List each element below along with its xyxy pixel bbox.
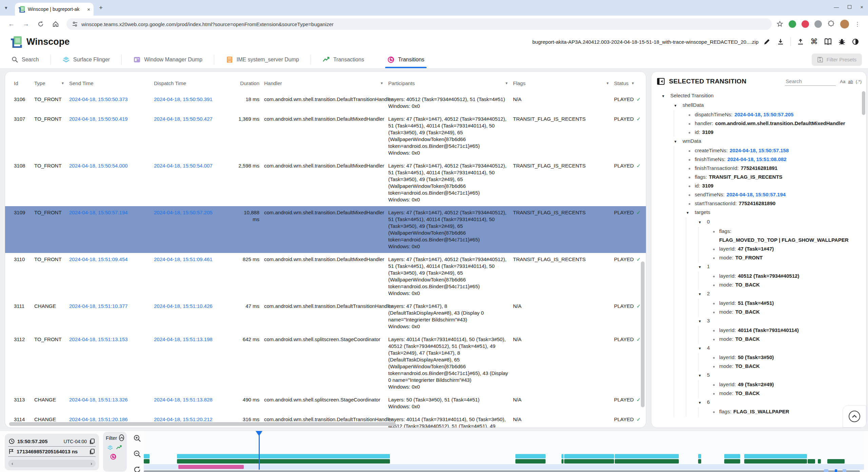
- sf-trace-segment[interactable]: [144, 454, 150, 458]
- send-time-link[interactable]: 2024-04-18, 15:51:13.153: [69, 336, 128, 342]
- match-case-icon[interactable]: Aa: [840, 79, 845, 84]
- tree-expand-icon[interactable]: ▼: [698, 316, 707, 326]
- collapse-panel-icon[interactable]: [657, 77, 665, 85]
- copy-icon[interactable]: [90, 438, 95, 444]
- tree-expand-icon[interactable]: ▼: [698, 398, 707, 407]
- dark-mode-toggle-icon[interactable]: [852, 38, 859, 45]
- dispatch-time-link[interactable]: 2024-04-18, 15:50:57.205: [154, 210, 213, 215]
- filter-chevron-icon[interactable]: ▼: [505, 81, 508, 85]
- sf-trace-segment[interactable]: [515, 454, 546, 458]
- column-header-type[interactable]: Type▼: [34, 80, 69, 86]
- sf-trace-segment[interactable]: [564, 454, 614, 458]
- dispatch-time-link[interactable]: 2024-04-18, 15:51:09.461: [154, 256, 213, 262]
- tree-node[interactable]: ▼wmData: [651, 137, 866, 146]
- profile-avatar[interactable]: [840, 20, 849, 28]
- pan-right-icon[interactable]: ›: [91, 461, 92, 466]
- copy-icon[interactable]: [90, 449, 95, 454]
- download-icon[interactable]: [777, 38, 784, 45]
- documentation-book-icon[interactable]: [824, 38, 832, 45]
- home-icon[interactable]: [52, 21, 59, 27]
- transactions-trace-segment[interactable]: [724, 459, 740, 464]
- tree-node[interactable]: ▼1: [651, 262, 866, 272]
- table-row[interactable]: 3111CHANGE2024-04-18, 15:51:10.3772024-0…: [5, 300, 646, 333]
- tab-transactions[interactable]: Transactions: [311, 51, 376, 68]
- extensions-puzzle-icon[interactable]: [827, 20, 835, 28]
- table-row[interactable]: 3109TO_FRONT2024-04-18, 15:50:57.1942024…: [5, 206, 646, 253]
- transactions-trace-segment[interactable]: [515, 459, 546, 464]
- tab-surface-flinger[interactable]: Surface Flinger: [51, 51, 122, 68]
- dispatch-time-link[interactable]: 2024-04-18, 15:51:10.426: [154, 303, 213, 309]
- filter-chevron-icon[interactable]: ▼: [631, 81, 635, 85]
- send-time-link[interactable]: 2024-04-18, 15:50:54.000: [69, 163, 128, 169]
- transactions-trace-segment[interactable]: [744, 459, 807, 464]
- collapse-filter-icon[interactable]: [119, 434, 124, 441]
- tree-node[interactable]: ▼4: [651, 343, 866, 353]
- table-row[interactable]: 3106TO_FRONT2024-04-18, 15:50:50.3732024…: [5, 93, 646, 113]
- tree-node[interactable]: ▼Selected Transition: [651, 91, 866, 101]
- sf-trace-segment[interactable]: [724, 454, 740, 458]
- column-header-status[interactable]: Status▼: [614, 80, 641, 86]
- reload-icon[interactable]: [37, 21, 44, 27]
- send-time-link[interactable]: 2024-04-18, 15:51:20.186: [69, 416, 128, 422]
- dispatch-time-link[interactable]: 2024-04-18, 15:51:20.212: [154, 416, 213, 422]
- new-tab-button[interactable]: +: [99, 4, 103, 12]
- filter-chevron-icon[interactable]: ▼: [380, 81, 383, 85]
- table-row[interactable]: 3113CHANGE2024-04-18, 15:51:13.3262024-0…: [5, 393, 646, 413]
- transactions-trace-segment[interactable]: [808, 459, 815, 464]
- filter-chevron-icon[interactable]: ▼: [606, 81, 609, 85]
- filter-presets-button[interactable]: Filter Presets: [812, 54, 862, 66]
- sf-trace-segment[interactable]: [744, 454, 807, 458]
- sf-trace-segment[interactable]: [177, 454, 390, 458]
- upload-icon[interactable]: [797, 38, 804, 45]
- tab-window-manager-dump[interactable]: Window Manager Dump: [122, 51, 214, 68]
- browser-menu-icon[interactable]: ⋮: [854, 21, 860, 28]
- transactions-track[interactable]: [144, 459, 864, 464]
- send-time-link[interactable]: 2024-04-18, 15:51:13.326: [69, 397, 128, 402]
- column-header-duration[interactable]: Duration: [238, 80, 264, 86]
- extension-gray-icon[interactable]: [814, 20, 822, 28]
- zoom-reset-icon[interactable]: [133, 466, 141, 472]
- zoom-in-icon[interactable]: [133, 434, 141, 442]
- tree-node[interactable]: ▼targets: [651, 208, 866, 217]
- edit-pencil-icon[interactable]: [763, 38, 771, 45]
- table-row[interactable]: 3108TO_FRONT2024-04-18, 15:50:54.0002024…: [5, 159, 646, 206]
- report-bug-icon[interactable]: [838, 38, 846, 45]
- transitions-trace-toggle[interactable]: [110, 453, 117, 460]
- tree-expand-icon[interactable]: ▼: [698, 343, 707, 353]
- timeline-pan-scrollbar[interactable]: ‹ ›: [8, 460, 96, 467]
- column-header-send-time[interactable]: Send Time: [69, 80, 154, 86]
- transactions-trace-segment[interactable]: [177, 459, 390, 464]
- panel-scrollbar[interactable]: [862, 91, 865, 115]
- transactions-trace-toggle[interactable]: [116, 445, 122, 451]
- transactions-trace-segment[interactable]: [827, 459, 845, 464]
- tab-ime-system-server-dump[interactable]: IME system_server Dump: [214, 51, 311, 68]
- send-time-link[interactable]: 2024-04-18, 15:50:50.373: [69, 96, 128, 102]
- pan-left-icon[interactable]: ‹: [12, 461, 13, 466]
- sf-trace-segment[interactable]: [698, 454, 701, 458]
- window-minimize-button[interactable]: —: [834, 4, 839, 10]
- url-bar[interactable]: winscope.teams.x20web.corp.google.com/pr…: [66, 18, 772, 30]
- column-header-id[interactable]: Id: [14, 80, 34, 86]
- site-settings-icon[interactable]: [72, 21, 78, 27]
- transactions-trace-segment[interactable]: [564, 459, 614, 464]
- transitions-track[interactable]: [144, 465, 864, 469]
- tree-expand-icon[interactable]: ▼: [698, 262, 707, 272]
- column-header-flags[interactable]: Flags▼: [513, 80, 614, 86]
- send-time-link[interactable]: 2024-04-18, 15:50:57.194: [69, 210, 128, 215]
- send-time-link[interactable]: 2024-04-18, 15:51:09.454: [69, 256, 128, 262]
- transactions-trace-segment[interactable]: [818, 459, 821, 464]
- match-word-icon[interactable]: ab: [848, 79, 853, 84]
- column-header-participants[interactable]: Participants▼: [388, 80, 513, 86]
- table-horizontal-scrollbar[interactable]: [9, 422, 396, 426]
- tree-node[interactable]: ▼0: [651, 217, 866, 227]
- table-row[interactable]: 3110TO_FRONT2024-04-18, 15:51:09.4542024…: [5, 253, 646, 300]
- surface-flinger-trace-toggle[interactable]: [107, 445, 113, 451]
- tab-search[interactable]: Search: [0, 51, 51, 68]
- scroll-to-top-button[interactable]: [843, 405, 866, 428]
- timeline-canvas[interactable]: [144, 431, 864, 472]
- dispatch-time-link[interactable]: 2024-04-18, 15:51:13.198: [154, 336, 213, 342]
- transactions-trace-segment[interactable]: [698, 459, 701, 464]
- sf-trace-segment[interactable]: [561, 454, 564, 458]
- tree-node[interactable]: ▼3: [651, 316, 866, 326]
- column-header-dispatch-time[interactable]: Dispatch Time: [154, 80, 238, 86]
